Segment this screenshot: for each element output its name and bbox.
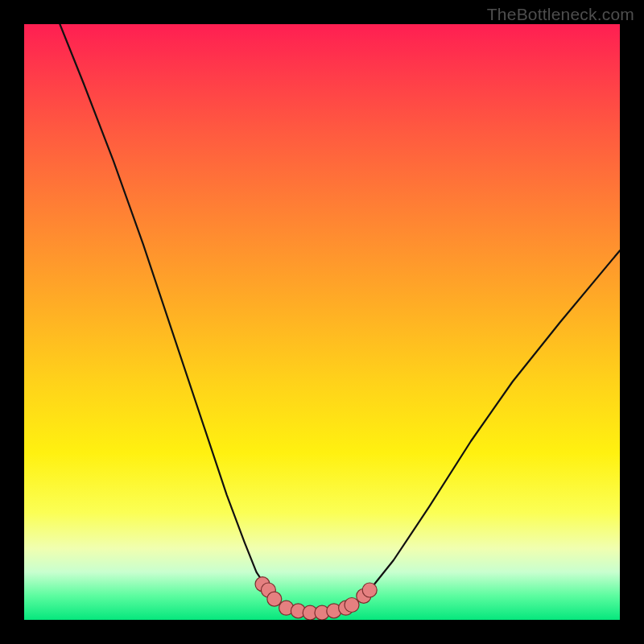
curve-layer — [24, 24, 620, 620]
highlight-markers — [255, 577, 377, 620]
marker-point — [362, 583, 377, 597]
chart-frame: TheBottleneck.com — [0, 0, 644, 644]
watermark-text: TheBottleneck.com — [487, 5, 634, 24]
plot-area — [24, 24, 620, 620]
marker-point — [345, 598, 359, 613]
marker-point — [267, 592, 282, 606]
bottleneck-curve — [60, 24, 620, 613]
